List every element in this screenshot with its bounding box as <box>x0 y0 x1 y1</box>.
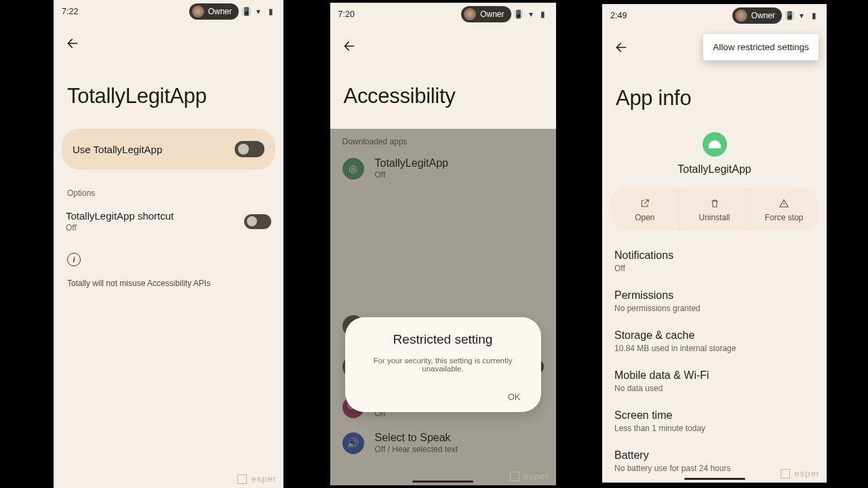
vibrate-icon: 📳 <box>241 7 251 16</box>
battery-icon: ▮ <box>266 7 275 16</box>
dialog-ok-button[interactable]: OK <box>502 388 526 406</box>
trash-icon <box>709 198 720 209</box>
dialog-body: For your security, this setting is curre… <box>360 357 526 373</box>
notifications-row[interactable]: Notifications Off <box>614 243 814 283</box>
status-bar: 7:20 Owner 📳 ▾ ▮ <box>330 3 556 23</box>
dialog-title: Restricted setting <box>360 332 526 347</box>
force-stop-label: Force stop <box>765 213 804 222</box>
app-hero: TotallyLegitApp <box>602 129 827 188</box>
owner-pill[interactable]: Owner <box>461 6 511 22</box>
clock: 7:20 <box>338 9 355 19</box>
overflow-menu-item[interactable]: Allow restricted settings <box>703 34 818 60</box>
status-bar: 2:49 Owner 📳 ▾ ▮ <box>602 4 827 24</box>
screenshot-accessibility-app-detail: 7:22 Owner 📳 ▾ ▮ TotallyLegitApp Use Tot… <box>54 0 283 488</box>
modal-scrim[interactable] <box>330 129 556 485</box>
owner-pill[interactable]: Owner <box>189 3 239 20</box>
watermark: esper <box>510 471 549 481</box>
owner-label: Owner <box>751 11 775 20</box>
open-in-new-icon <box>639 198 650 209</box>
android-icon <box>709 140 721 148</box>
uninstall-button[interactable]: Uninstall <box>680 188 750 230</box>
options-section-label: Options <box>54 169 283 203</box>
owner-label: Owner <box>480 9 504 19</box>
info-icon: i <box>67 253 81 266</box>
open-button[interactable]: Open <box>610 188 680 230</box>
back-button[interactable] <box>608 34 635 61</box>
warning-icon <box>778 198 789 209</box>
vibrate-icon: 📳 <box>514 9 524 19</box>
owner-pill[interactable]: Owner <box>732 7 782 24</box>
owner-label: Owner <box>208 7 232 16</box>
screenshot-accessibility-with-dialog: 7:20 Owner 📳 ▾ ▮ Accessibility Downloade… <box>330 3 556 485</box>
avatar-icon <box>464 8 476 20</box>
home-indicator[interactable] <box>412 481 473 483</box>
back-button[interactable] <box>59 30 86 57</box>
disclosure-info-row: i <box>54 239 283 270</box>
watermark: esper <box>237 474 277 484</box>
wifi-icon: ▾ <box>254 7 263 16</box>
page-title: Accessibility <box>330 60 556 129</box>
page-title: TotallyLegitApp <box>54 57 283 129</box>
clock: 7:22 <box>62 7 78 16</box>
screen-time-row[interactable]: Screen time Less than 1 minute today <box>614 403 814 443</box>
arrow-left-icon <box>342 39 356 53</box>
force-stop-button[interactable]: Force stop <box>749 188 818 230</box>
watermark-icon <box>781 469 790 479</box>
screenshot-app-info: 2:49 Owner 📳 ▾ ▮ Allow restricted settin… <box>602 4 827 483</box>
status-icons: 📳 ▾ ▮ <box>514 9 548 19</box>
status-icons: 📳 ▾ ▮ <box>241 7 275 16</box>
avatar-icon <box>735 9 747 22</box>
storage-row[interactable]: Storage & cache 10.84 MB used in interna… <box>614 323 814 363</box>
mobile-data-row[interactable]: Mobile data & Wi-Fi No data used <box>614 363 814 403</box>
status-bar: 7:22 Owner 📳 ▾ ▮ <box>54 0 283 20</box>
watermark-icon <box>510 472 519 481</box>
battery-icon: ▮ <box>538 9 548 19</box>
avatar-icon <box>192 5 204 18</box>
arrow-left-icon <box>66 37 79 50</box>
battery-icon: ▮ <box>809 11 818 20</box>
disclosure-text: Totally will not misuse Accessibility AP… <box>54 270 283 296</box>
use-service-label: Use TotallyLegitApp <box>73 144 162 155</box>
shortcut-switch[interactable] <box>244 214 271 229</box>
use-service-switch[interactable] <box>235 141 264 157</box>
wifi-icon: ▾ <box>797 11 806 20</box>
app-actions-row: Open Uninstall Force stop <box>610 188 818 230</box>
uninstall-label: Uninstall <box>698 213 730 222</box>
watermark-icon <box>237 474 247 484</box>
back-button[interactable] <box>336 33 363 60</box>
app-settings-list: Notifications Off Permissions No permiss… <box>602 230 827 483</box>
shortcut-state: Off <box>66 223 174 232</box>
arrow-left-icon <box>614 41 628 54</box>
allow-restricted-settings-label: Allow restricted settings <box>713 42 809 52</box>
open-label: Open <box>635 213 654 222</box>
status-icons: 📳 ▾ ▮ <box>785 11 818 20</box>
permissions-row[interactable]: Permissions No permissions granted <box>614 283 814 323</box>
use-service-toggle-row[interactable]: Use TotallyLegitApp <box>62 129 275 169</box>
home-indicator[interactable] <box>684 478 745 480</box>
shortcut-toggle-row[interactable]: TotallyLegitApp shortcut Off <box>54 203 283 239</box>
app-icon <box>703 132 727 157</box>
vibrate-icon: 📳 <box>785 11 794 20</box>
page-title: App info <box>602 60 827 129</box>
app-name-label: TotallyLegitApp <box>602 163 827 176</box>
shortcut-label: TotallyLegitApp shortcut <box>66 210 174 222</box>
watermark: esper <box>781 468 820 479</box>
wifi-icon: ▾ <box>526 9 536 19</box>
restricted-setting-dialog: Restricted setting For your security, th… <box>345 317 541 412</box>
clock: 2:49 <box>610 11 627 20</box>
